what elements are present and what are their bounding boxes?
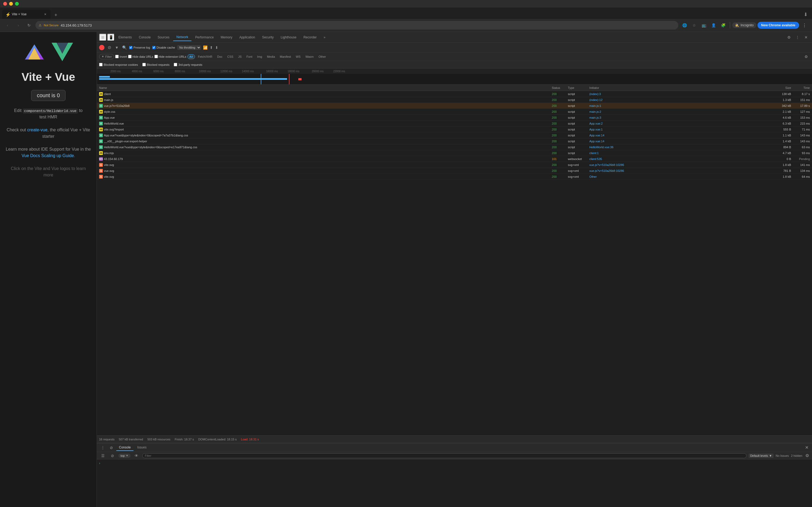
table-row[interactable]: V App.vue?vue&type=style&index=0&scoped=… [97, 132, 812, 138]
tab-sources[interactable]: Sources [155, 34, 173, 41]
browser-menu-button[interactable]: ⋮ [800, 21, 809, 30]
back-button[interactable]: ‹ [3, 21, 12, 30]
tab-console[interactable]: Console [135, 34, 154, 41]
th-name[interactable]: Name [98, 86, 551, 90]
console-close-button[interactable]: ✕ [803, 444, 810, 451]
disable-cache-checkbox[interactable] [152, 46, 156, 49]
th-time[interactable]: Time [792, 86, 811, 90]
th-size[interactable]: Size [771, 86, 792, 90]
new-tab-button[interactable]: + [52, 11, 60, 19]
devtools-device-button[interactable]: 📱 [107, 34, 115, 41]
vue-logo[interactable] [52, 43, 73, 64]
search-icon-button[interactable]: 🔍 [122, 45, 127, 50]
devtools-close-button[interactable]: ✕ [802, 34, 810, 41]
table-row[interactable]: V HelloWorld.vue 200 script App.vue:2 6.… [97, 121, 812, 126]
extensions-button[interactable]: 🧩 [719, 21, 728, 30]
disable-cache-checkbox-label[interactable]: Disable cache [152, 46, 175, 49]
hide-data-urls-label[interactable]: Hide data URLs [128, 55, 153, 58]
count-button[interactable]: count is 0 [31, 90, 65, 101]
tab-memory[interactable]: Memory [218, 34, 235, 41]
console-sidebar-button[interactable]: ☰ [99, 452, 107, 459]
table-row[interactable]: JS vite.svg?import 200 script App.vue:1 … [97, 126, 812, 132]
console-clear-button[interactable]: ⊘ [108, 444, 115, 451]
hide-extension-urls-label[interactable]: Hide extension URLs [155, 55, 186, 58]
table-row[interactable]: S vue.svg 200 svg+xml vue.js?v=510a26b8:… [97, 168, 812, 174]
blocked-cookies-checkbox[interactable] [99, 63, 103, 66]
browser-minimize-button[interactable]: ⬇ [801, 10, 810, 19]
tab-application[interactable]: Application [236, 34, 258, 41]
tab-recorder[interactable]: Recorder [300, 34, 320, 41]
preserve-log-checkbox[interactable] [129, 46, 132, 49]
tab-performance[interactable]: Performance [192, 34, 217, 41]
devtools-settings-button[interactable]: ⚙ [785, 34, 793, 41]
tab-close-button[interactable]: ✕ [43, 12, 47, 16]
profile-button[interactable]: 👤 [709, 21, 718, 30]
table-row[interactable]: JS client 200 script (index):3 138 kB 8.… [97, 91, 812, 97]
blocked-requests-checkbox[interactable] [142, 63, 146, 66]
browser-tab-active[interactable]: ⚡ Vite + Vue ✕ [2, 10, 51, 19]
hide-extension-urls-checkbox[interactable] [155, 55, 158, 58]
translate-button[interactable]: 🌐 [681, 21, 689, 30]
devtools-inspect-button[interactable]: ⊞ [99, 34, 107, 41]
blocked-requests-label[interactable]: Blocked requests [142, 63, 169, 66]
console-eye-button[interactable]: 👁 [133, 452, 140, 459]
default-levels-button[interactable]: Default levels ▼ [749, 454, 773, 458]
top-selector[interactable]: top ▼ [118, 454, 130, 458]
import-icon[interactable]: ⬆ [210, 45, 213, 50]
type-btn-img[interactable]: Img [255, 54, 264, 59]
type-btn-fetch-xhr[interactable]: Fetch/XHR [196, 54, 214, 59]
new-chrome-button[interactable]: New Chrome available [757, 22, 799, 29]
devtools-more-button[interactable]: ⋮ [794, 34, 801, 41]
table-row[interactable]: V HelloWorld.vue?vue&type=style&index=0&… [97, 144, 812, 150]
tab-lighthouse[interactable]: Lighthouse [277, 34, 300, 41]
invert-checkbox-label[interactable]: Invert [115, 55, 127, 58]
type-btn-wasm[interactable]: Wasm [303, 54, 315, 59]
table-row[interactable]: V vue.js?v=510a26b8 200 script main.js:1… [97, 103, 812, 109]
tab-more[interactable]: » [321, 34, 329, 41]
console-prompt-arrow[interactable]: › [99, 461, 100, 465]
type-btn-all[interactable]: All [187, 54, 195, 59]
invert-checkbox[interactable] [115, 55, 119, 58]
throttle-select[interactable]: No throttling [177, 45, 201, 50]
traffic-light-green[interactable] [15, 2, 19, 6]
tab-network[interactable]: Network [173, 34, 191, 41]
bookmark-button[interactable]: ☆ [690, 21, 699, 30]
table-row[interactable]: JS env.mjs 200 script client:1 4.7 kB 93… [97, 150, 812, 156]
console-menu-button[interactable]: ⋮ [99, 444, 107, 451]
vite-logo[interactable] [23, 43, 45, 64]
tab-elements[interactable]: Elements [115, 34, 135, 41]
console-block-button[interactable]: ⊘ [109, 452, 116, 459]
third-party-requests-label[interactable]: 3rd-party requests [174, 63, 202, 66]
preserve-log-checkbox-label[interactable]: Preserve log [129, 46, 150, 49]
forward-button[interactable]: › [14, 21, 22, 30]
table-row[interactable]: S vite.svg 200 svg+xml Other 1.8 kB 64 m… [97, 174, 812, 180]
th-status[interactable]: Status [551, 86, 567, 90]
table-row[interactable]: JS style.css 200 script main.js:2 2.1 kB… [97, 109, 812, 115]
type-btn-media[interactable]: Media [265, 54, 277, 59]
address-bar[interactable]: ⚠ Not Secure 43.154.60.179:5173 [36, 21, 678, 30]
hide-data-urls-checkbox[interactable] [128, 55, 131, 58]
table-row[interactable]: WS 43.154.60.179 101 websocket client:53… [97, 156, 812, 162]
stop-button[interactable]: ⊘ [107, 45, 112, 50]
incognito-badge[interactable]: 🕵 Incognito [732, 22, 756, 28]
console-tab-issues[interactable]: Issues [134, 444, 149, 451]
traffic-light-yellow[interactable] [9, 2, 13, 6]
record-button[interactable] [99, 45, 105, 50]
tab-security[interactable]: Security [259, 34, 277, 41]
console-tab-console[interactable]: Console [116, 444, 133, 451]
cast-button[interactable]: 📺 [700, 21, 708, 30]
table-row[interactable]: V App.vue 200 script main.js:3 4.6 kB 15… [97, 115, 812, 121]
type-btn-doc[interactable]: Doc [215, 54, 225, 59]
type-btn-ws[interactable]: WS [294, 54, 303, 59]
filter-input-container[interactable]: ▼ Filter [99, 54, 114, 59]
blocked-cookies-label[interactable]: Blocked response cookies [99, 63, 138, 66]
console-filter-input[interactable] [142, 453, 747, 458]
table-row[interactable]: V __x00__plugin-vue:export-helper 200 sc… [97, 138, 812, 144]
type-btn-font[interactable]: Font [245, 54, 254, 59]
console-settings-button[interactable]: ⚙ [805, 453, 810, 458]
create-vue-link[interactable]: create-vue [27, 127, 48, 132]
th-type[interactable]: Type [567, 86, 588, 90]
third-party-requests-checkbox[interactable] [174, 63, 177, 66]
table-row[interactable]: JS main.js 200 script (index):12 1.3 kB … [97, 97, 812, 103]
type-btn-manifest[interactable]: Manifest [278, 54, 293, 59]
